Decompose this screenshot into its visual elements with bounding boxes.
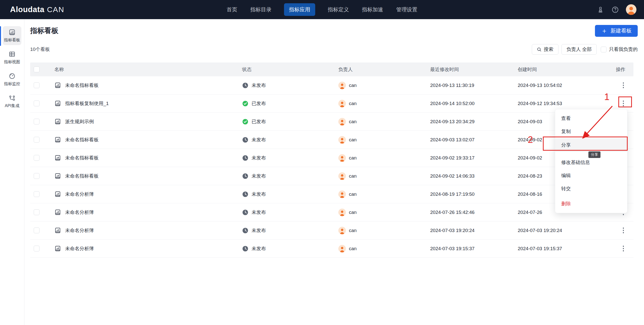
owner-name: can	[349, 228, 357, 233]
table-row[interactable]: 未命名指标看板	[30, 131, 633, 149]
menu-item-share[interactable]: 分享	[555, 138, 627, 152]
table-row[interactable]: 未命名指标看板	[30, 149, 633, 167]
row-checkbox[interactable]	[34, 101, 39, 106]
nav-item-home[interactable]: 首页	[226, 3, 238, 16]
logo-brand-text: Aloudata	[10, 5, 45, 14]
select-all-checkbox[interactable]	[34, 67, 39, 72]
seal-stamp-icon[interactable]	[597, 6, 604, 13]
row-checkbox[interactable]	[34, 119, 39, 124]
created-time: 2024-07-03 19:20:24	[518, 228, 603, 233]
more-actions-button[interactable]	[621, 244, 626, 253]
sidebar-item-label: 指标监控	[4, 81, 20, 87]
row-checkbox[interactable]	[34, 246, 39, 251]
only-mine-checkbox[interactable]	[601, 47, 607, 52]
help-icon[interactable]	[611, 6, 619, 13]
dashboard-file-icon	[54, 100, 61, 107]
nav-item-metric-application[interactable]: 指标应用	[284, 3, 315, 16]
more-actions-button[interactable]	[621, 81, 626, 90]
more-actions-button[interactable]	[621, 99, 626, 108]
table-row[interactable]: 未命名指标看板	[30, 76, 633, 94]
owner-name: can	[349, 137, 357, 143]
modified-time: 2024-08-19 17:19:50	[430, 191, 518, 197]
menu-item-delete[interactable]: 删除	[555, 197, 627, 210]
api-nodes-icon	[9, 94, 16, 102]
new-dashboard-button[interactable]: ＋ 新建看板	[595, 25, 638, 37]
column-header-created: 创建时间	[518, 66, 603, 73]
sidebar-item-metric-monitor[interactable]: 指标监控	[3, 70, 21, 89]
nav-item-metric-acceleration[interactable]: 指标加速	[361, 3, 384, 16]
menu-item-view[interactable]: 查看	[555, 112, 627, 125]
menu-item-edit[interactable]: 编辑	[555, 169, 627, 182]
sidebar-item-metric-view[interactable]: 指标视图	[3, 48, 21, 67]
table-row[interactable]: 未命名分析簿	[30, 203, 633, 221]
user-avatar[interactable]	[626, 4, 636, 15]
owner-name: can	[349, 246, 357, 251]
table-row[interactable]: 未命名分析簿	[30, 240, 633, 258]
dashboard-count: 10个看板	[30, 46, 50, 53]
row-checkbox[interactable]	[34, 155, 39, 161]
table-row[interactable]: 未命名分析簿	[30, 221, 633, 240]
sidebar-item-label: 指标看板	[4, 38, 20, 43]
clock-icon	[242, 191, 249, 198]
status-text: 已发布	[252, 118, 266, 125]
column-header-owner: 负责人	[338, 66, 430, 73]
table-row[interactable]: 派生规则示例	[30, 113, 633, 131]
main-nav: 首页 指标目录 指标应用 指标定义 指标加速 管理设置	[226, 3, 418, 16]
table-row[interactable]: 未命名分析簿	[30, 185, 633, 203]
clock-icon	[242, 209, 249, 216]
search-button[interactable]: 搜索	[532, 44, 558, 55]
row-checkbox[interactable]	[34, 191, 39, 197]
row-checkbox[interactable]	[34, 137, 39, 143]
row-checkbox[interactable]	[34, 209, 39, 215]
nav-item-admin-settings[interactable]: 管理设置	[396, 3, 418, 16]
check-circle-icon	[242, 118, 249, 125]
row-name[interactable]: 未命名分析簿	[65, 245, 94, 252]
row-name[interactable]: 未命名分析簿	[65, 209, 94, 216]
dashboard-file-icon	[54, 154, 61, 161]
nav-item-metric-definition[interactable]: 指标定义	[327, 3, 349, 16]
owner-filter-button[interactable]: 负责人 全部	[561, 44, 597, 55]
row-checkbox[interactable]	[34, 82, 39, 88]
created-time: 2024-07-03 19:15:37	[518, 246, 603, 251]
dashboard-file-icon	[54, 136, 61, 143]
row-name[interactable]: 未命名分析簿	[65, 191, 94, 198]
sidebar-item-metric-dashboard[interactable]: 指标看板	[3, 26, 21, 45]
owner-name: can	[349, 83, 357, 88]
dashboard-file-icon	[54, 82, 61, 89]
row-name[interactable]: 未命名指标看板	[65, 155, 99, 161]
modified-time: 2024-09-13 11:30:19	[430, 83, 518, 88]
menu-item-copy[interactable]: 复制	[555, 125, 627, 138]
owner-avatar	[338, 100, 346, 107]
row-checkbox[interactable]	[34, 173, 39, 179]
row-name[interactable]: 未命名指标看板	[65, 82, 99, 89]
menu-item-edit-basic-info[interactable]: 修改基础信息	[555, 156, 627, 169]
table-row[interactable]: 指标看板复制使用_1	[30, 94, 633, 113]
row-name[interactable]: 派生规则示例	[65, 118, 94, 125]
search-icon	[537, 47, 542, 52]
status-text: 未发布	[252, 245, 266, 252]
left-sidebar: 指标看板 指标视图	[0, 19, 24, 325]
modified-time: 2024-09-03 13:02:07	[430, 137, 518, 143]
modified-time: 2024-09-02 14:06:33	[430, 173, 518, 179]
row-name[interactable]: 未命名分析簿	[65, 227, 94, 234]
row-name[interactable]: 未命名指标看板	[65, 173, 99, 179]
modified-time: 2024-09-14 10:52:00	[430, 101, 518, 106]
row-name[interactable]: 指标看板复制使用_1	[65, 100, 109, 107]
nav-item-metric-catalog[interactable]: 指标目录	[250, 3, 272, 16]
menu-item-transfer[interactable]: 转交	[555, 182, 627, 195]
row-name[interactable]: 未命名指标看板	[65, 137, 99, 143]
status-text: 未发布	[252, 209, 266, 216]
owner-name: can	[349, 173, 357, 179]
sidebar-item-api-integration[interactable]: API集成	[3, 92, 21, 111]
row-checkbox[interactable]	[34, 228, 39, 233]
gauge-icon	[9, 73, 16, 80]
main-content: 指标看板 ＋ 新建看板 10个看板 搜索	[24, 19, 644, 325]
sidebar-item-label: 指标视图	[4, 59, 20, 65]
dashboard-file-icon	[54, 118, 61, 125]
owner-name: can	[349, 119, 357, 124]
column-header-name: 名称	[54, 66, 242, 73]
table-row[interactable]: 未命名指标看板	[30, 167, 633, 185]
more-actions-button[interactable]	[621, 226, 626, 235]
dashboard-file-icon	[54, 173, 61, 179]
owner-name: can	[349, 155, 357, 161]
